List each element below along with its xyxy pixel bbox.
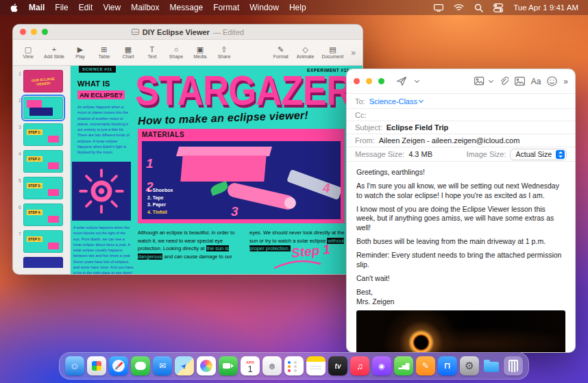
- media-browser-icon[interactable]: [474, 77, 486, 86]
- text-button[interactable]: TText: [144, 46, 160, 59]
- slide-thumbnail-7[interactable]: 7 STEP 5:: [14, 230, 67, 253]
- dock-icon-safari[interactable]: [109, 356, 128, 375]
- close-button[interactable]: [354, 78, 360, 84]
- mail-toolbar: Aa »: [347, 69, 575, 94]
- leaf-shape: [209, 181, 229, 196]
- menu-item-edit[interactable]: Edit: [79, 3, 93, 12]
- dock-icon-trash[interactable]: [504, 356, 523, 375]
- apple-menu-icon[interactable]: [10, 3, 19, 13]
- callout-number-1: 1: [146, 156, 154, 171]
- slide-thumbnail-1[interactable]: 1 OUR ECLIPSE VIEWER!: [14, 70, 67, 92]
- materials-list: 1. Shoebox 2. Tape 3. Paper 4. Tinfoil: [147, 187, 173, 216]
- dock: ☺ ✉ ➤ APR 1 ☻ tv ♫ ◉ ▂▅█ ✎ ⊓ ⚙: [59, 352, 529, 380]
- photo-icon[interactable]: [515, 77, 525, 86]
- send-options-chevron-icon[interactable]: [415, 78, 419, 83]
- dock-icon-messages[interactable]: [131, 356, 150, 375]
- dock-icon-pages[interactable]: ✎: [416, 356, 435, 375]
- shape-button[interactable]: ○Shape: [168, 46, 184, 59]
- recipient-token[interactable]: Science-Class: [369, 97, 423, 106]
- cc-field[interactable]: Cc:: [347, 109, 575, 121]
- menu-item-message[interactable]: Message: [170, 3, 204, 12]
- zoom-button[interactable]: [378, 78, 384, 84]
- media-button[interactable]: ▣Media: [192, 46, 208, 59]
- body-paragraph: I know most of you are doing the Eclipse…: [356, 205, 565, 232]
- menu-item-help[interactable]: Help: [289, 3, 306, 12]
- slide-canvas[interactable]: SCIENCE #11 EXPERIMENT #11 WHAT IS AN EC…: [71, 66, 363, 274]
- table-button[interactable]: ⊞Table: [96, 46, 112, 59]
- eclipse-photo-attachment[interactable]: [356, 310, 565, 353]
- animate-button[interactable]: ◇Animate: [297, 46, 315, 59]
- menu-item-view[interactable]: View: [103, 3, 121, 12]
- chart-button[interactable]: ▦Chart: [120, 46, 136, 59]
- slide-thumbnail-8[interactable]: [14, 257, 67, 268]
- document-button[interactable]: ▤Document: [321, 46, 343, 59]
- dock-icon-reminders[interactable]: [284, 356, 304, 375]
- media-chevron-icon[interactable]: [489, 78, 493, 83]
- menu-app-name[interactable]: Mail: [29, 3, 45, 12]
- toolbar-overflow-icon[interactable]: »: [351, 48, 356, 58]
- dock-icon-maps[interactable]: ➤: [175, 356, 194, 375]
- close-button[interactable]: [20, 29, 26, 35]
- image-size-popup[interactable]: Actual Size: [510, 149, 567, 160]
- play-button[interactable]: ▶Play: [72, 46, 88, 59]
- dock-icon-finder[interactable]: ☺: [65, 356, 84, 375]
- dock-icon-mail[interactable]: ✉: [153, 356, 172, 375]
- body-paragraph: As I'm sure you all know, we will be set…: [356, 182, 565, 200]
- emoji-icon[interactable]: [547, 76, 557, 86]
- menu-item-file[interactable]: File: [55, 3, 68, 12]
- menu-item-format[interactable]: Format: [213, 3, 239, 12]
- window-title: DIY Eclipse Viewer — Edited: [13, 28, 363, 36]
- zoom-button[interactable]: [42, 29, 48, 35]
- attach-icon[interactable]: [499, 76, 509, 86]
- slide-navigator: 1 OUR ECLIPSE VIEWER! 2 3 STEP 1: 4 STEP…: [13, 66, 71, 274]
- slide-thumbnail-6[interactable]: 6 STEP 4:: [14, 203, 67, 226]
- dock-icon-contacts[interactable]: ☻: [262, 356, 282, 375]
- sun-illustration: [72, 162, 131, 221]
- dock-icon-numbers[interactable]: ▂▅█: [394, 356, 413, 375]
- menu-item-mailbox[interactable]: Mailbox: [131, 3, 159, 12]
- dock-icon-notes[interactable]: [306, 356, 326, 375]
- to-field[interactable]: To: Science-Class: [347, 94, 575, 109]
- format-button[interactable]: Aa: [531, 77, 541, 86]
- tinfoil-shape: [286, 169, 341, 200]
- dock-icon-launchpad[interactable]: [87, 356, 106, 375]
- science-tag: SCIENCE #11: [79, 66, 116, 73]
- folder-icon: [484, 362, 499, 372]
- slide-thumbnail-5[interactable]: 5 STEP 3:: [14, 177, 67, 199]
- dock-icon-tv[interactable]: tv: [328, 356, 347, 375]
- dock-icon-downloads-folder[interactable]: [482, 356, 501, 375]
- dock-icon-facetime[interactable]: [219, 356, 238, 375]
- add-slide-button[interactable]: +Add Slide: [44, 46, 64, 59]
- dock-icon-podcasts[interactable]: ◉: [372, 356, 391, 375]
- toolbar-overflow-icon[interactable]: »: [563, 77, 568, 86]
- control-center-icon[interactable]: [493, 3, 503, 12]
- from-field[interactable]: From: Aileen Zeigen - aileen.zeigen@iclo…: [347, 134, 575, 147]
- slide-thumbnail-3[interactable]: 3 STEP 1:: [14, 123, 67, 146]
- keynote-toolbar: ▢View +Add Slide ▶Play ⊞Table ▦Chart TTe…: [13, 40, 363, 66]
- mail-compose-window: Aa » To: Science-Class Cc: Subject: Ecli…: [346, 69, 576, 353]
- materials-panel: MATERIALS 1 2 3 4 1. Shoebox 2. Tap: [138, 129, 345, 223]
- solar-eclipse-text: A solar eclipse happens when the moon bl…: [73, 225, 134, 274]
- body-paragraph: Can't wait!: [356, 274, 565, 283]
- menu-item-window[interactable]: Window: [249, 3, 279, 12]
- chevron-down-icon: [419, 98, 424, 103]
- display-icon[interactable]: [434, 4, 443, 12]
- dock-icon-settings[interactable]: ⚙: [460, 356, 479, 375]
- slide-thumbnail-4[interactable]: 4 STEP 2:: [14, 150, 67, 173]
- send-icon[interactable]: [396, 76, 407, 86]
- format-button[interactable]: ✎Format: [273, 46, 289, 59]
- minimize-button[interactable]: [366, 78, 372, 84]
- dock-icon-music[interactable]: ♫: [350, 356, 369, 375]
- dock-icon-calendar[interactable]: APR 1: [241, 356, 260, 375]
- wifi-icon[interactable]: [454, 3, 464, 12]
- message-body[interactable]: Greetings, earthlings! As I'm sure you a…: [347, 162, 575, 306]
- search-icon[interactable]: [474, 3, 483, 12]
- view-button[interactable]: ▢View: [20, 46, 36, 59]
- minimize-button[interactable]: [31, 29, 37, 35]
- slide-thumbnail-2[interactable]: 2: [14, 97, 67, 119]
- subject-field[interactable]: Subject: Eclipse Field Trip: [347, 121, 575, 134]
- dock-icon-keynote[interactable]: ⊓: [438, 356, 457, 375]
- dock-icon-photos[interactable]: [197, 356, 216, 375]
- menu-clock[interactable]: Tue Apr 1 9:41 AM: [513, 3, 578, 12]
- share-button[interactable]: ⇧Share: [216, 46, 232, 59]
